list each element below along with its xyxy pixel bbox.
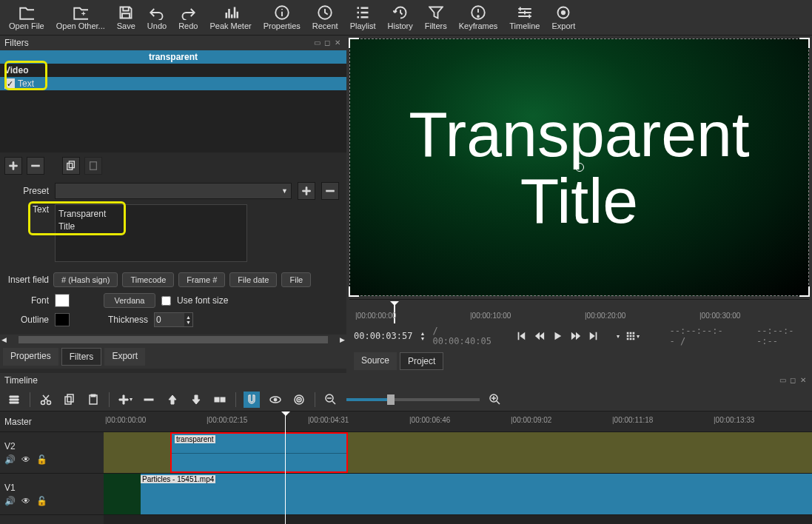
open-other-button[interactable]: Open Other... [50, 0, 111, 35]
recent-button[interactable]: Recent [306, 0, 344, 35]
tc-up[interactable]: ▲ [418, 331, 426, 336]
track-head-v2[interactable]: V2 🔊 👁 🔓 [0, 432, 104, 474]
resize-handle-tr[interactable] [799, 38, 810, 48]
timeline-button[interactable]: Timeline [503, 0, 546, 35]
export-button[interactable]: Export [546, 0, 581, 35]
svg-rect-9 [90, 162, 97, 170]
preset-add-button[interactable] [298, 182, 315, 200]
ripple-button[interactable] [291, 392, 307, 408]
mute-icon[interactable]: 🔊 [4, 454, 16, 465]
svg-point-3 [477, 15, 480, 17]
zoom-fit-button[interactable]: ▾ [605, 329, 620, 343]
open-file-button[interactable]: Open File [3, 0, 50, 35]
append-button[interactable]: ▾ [117, 392, 133, 408]
player-ruler[interactable]: |00:00:00:00|00:00:10:00|00:00:20:00|00:… [349, 299, 809, 323]
zoom-slider[interactable] [346, 398, 480, 401]
properties-button[interactable]: Properties [258, 0, 306, 35]
current-timecode[interactable]: 00:00:03:57 [354, 331, 412, 341]
preset-select[interactable]: ▼ [55, 183, 292, 199]
filters-button[interactable]: Filters [419, 0, 453, 35]
zoom-out-button[interactable] [323, 392, 339, 408]
track-head-v1[interactable]: V1 🔊 👁 🔓 [0, 474, 104, 515]
overwrite-button[interactable] [188, 392, 204, 408]
lock-icon[interactable]: 🔓 [36, 454, 47, 465]
skip-next-button[interactable] [588, 329, 600, 343]
timeline-window-controls[interactable]: ▭◻✕ [778, 376, 808, 385]
keyframes-button[interactable]: Keyframes [453, 0, 504, 35]
tab-filters[interactable]: Filters [61, 348, 102, 366]
insert-file-date-button[interactable]: File date [229, 272, 277, 287]
copy-filter-button[interactable] [62, 157, 80, 175]
resize-handle-br[interactable] [799, 286, 810, 297]
player-tab-project[interactable]: Project [400, 352, 443, 370]
insert-file-button[interactable]: File [281, 272, 311, 287]
snap-button[interactable] [244, 392, 260, 408]
tc-down[interactable]: ▼ [418, 336, 426, 341]
split-button[interactable] [212, 392, 228, 408]
text-input[interactable]: TransparentTitle [55, 204, 247, 262]
thickness-spinner[interactable]: ▲▼ [154, 312, 193, 327]
panel-window-controls[interactable]: ▭◻✕ [312, 38, 342, 47]
rewind-button[interactable] [534, 329, 546, 343]
filter-checkbox[interactable]: ✓ [4, 78, 15, 89]
font-family-button[interactable]: Verdana [104, 293, 155, 308]
insert-frame--button[interactable]: Frame # [178, 272, 225, 287]
insert--hash-sign--button[interactable]: # (Hash sign) [53, 272, 118, 287]
timeline-playhead[interactable] [285, 412, 286, 524]
zoom-in-button[interactable] [487, 392, 503, 408]
copy-button[interactable] [61, 392, 78, 408]
forward-button[interactable] [569, 329, 581, 343]
master-track-head[interactable]: Master [0, 412, 104, 432]
use-font-size-label: Use font size [177, 295, 228, 306]
peak-meter-button[interactable]: Peak Meter [204, 0, 257, 35]
center-handle[interactable] [575, 163, 584, 172]
clip-particles[interactable]: Particles - 15451.mp4 [104, 474, 812, 514]
resize-handle-tl[interactable] [349, 38, 359, 48]
resize-handle-bl[interactable] [349, 286, 359, 297]
tab-export[interactable]: Export [104, 348, 145, 366]
timeline-tracks[interactable]: |00:00:00:00|00:00:02:15|00:00:04:31|00:… [104, 412, 812, 524]
filter-panel-scrollbar[interactable]: ◀▶ [0, 335, 346, 345]
mute-icon[interactable]: 🔊 [4, 496, 16, 506]
paste-button[interactable] [85, 392, 101, 408]
playlist-button[interactable]: Playlist [344, 0, 382, 35]
volume-button[interactable] [645, 329, 657, 343]
filter-item-text[interactable]: ✓ Text [0, 77, 346, 90]
timeline-ruler[interactable]: |00:00:00:00|00:00:02:15|00:00:04:31|00:… [104, 412, 812, 432]
track-v1[interactable]: Particles - 15451.mp4 [104, 474, 812, 515]
remove-filter-button[interactable] [27, 157, 44, 175]
spinner-up[interactable]: ▲ [184, 315, 192, 320]
grid-button[interactable]: ▾ [625, 329, 640, 343]
insert-timecode-button[interactable]: Timecode [122, 272, 174, 287]
tl-ruler-tick: |00:00:06:46 [409, 416, 450, 424]
clip-title: transparent [0, 50, 346, 64]
spinner-down[interactable]: ▼ [184, 320, 192, 325]
play-button[interactable] [551, 329, 563, 343]
save-button[interactable]: Save [111, 0, 141, 35]
thickness-input[interactable] [155, 313, 184, 326]
hide-icon[interactable]: 👁 [21, 454, 30, 465]
clip-transparent[interactable]: transparent [170, 432, 348, 473]
scrub-button[interactable] [267, 392, 283, 408]
ripple-delete-button[interactable] [141, 392, 157, 408]
font-color-swatch[interactable] [55, 294, 70, 307]
use-font-size-checkbox[interactable] [161, 296, 171, 306]
skip-prev-button[interactable] [515, 329, 527, 343]
tab-properties[interactable]: Properties [3, 348, 58, 366]
preview-viewport[interactable]: TransparentTitle [349, 38, 809, 296]
lock-icon[interactable]: 🔓 [36, 496, 47, 506]
history-button[interactable]: History [382, 0, 419, 35]
cut-button[interactable] [38, 392, 54, 408]
lift-button[interactable] [164, 392, 181, 408]
preset-remove-button[interactable] [321, 182, 339, 200]
outline-color-swatch[interactable] [55, 313, 70, 326]
player-tab-source[interactable]: Source [354, 352, 397, 370]
redo-button[interactable]: Redo [172, 0, 204, 35]
track-v2[interactable]: transparent [104, 432, 812, 474]
paste-filter-button[interactable] [84, 157, 102, 175]
timeline-panel: Timeline ▭◻✕ ▾ Master V2 🔊 👁 [0, 373, 812, 524]
undo-button[interactable]: Undo [141, 0, 172, 35]
add-filter-button[interactable] [4, 157, 22, 175]
hide-icon[interactable]: 👁 [21, 496, 30, 506]
timeline-menu-button[interactable] [6, 392, 22, 408]
